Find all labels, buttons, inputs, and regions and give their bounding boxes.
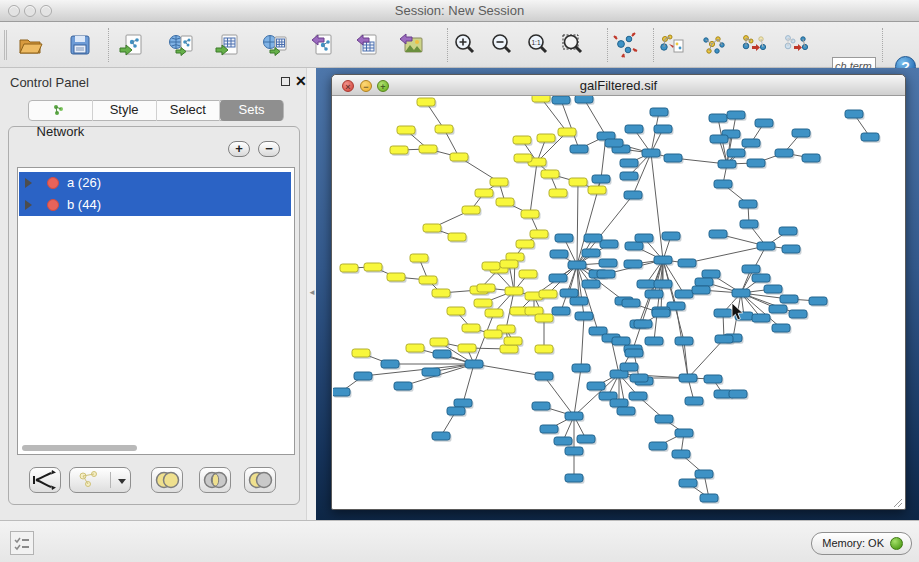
graph-node[interactable] xyxy=(764,285,782,293)
graph-node[interactable] xyxy=(406,344,424,352)
graph-node[interactable] xyxy=(652,309,670,317)
graph-node[interactable] xyxy=(462,324,480,332)
tab-sets[interactable]: Sets xyxy=(220,100,283,121)
apply-layout-button[interactable] xyxy=(608,30,642,62)
graph-node[interactable] xyxy=(654,125,672,133)
graph-node[interactable] xyxy=(729,390,747,398)
graph-node[interactable] xyxy=(635,234,653,242)
graph-node[interactable] xyxy=(397,126,415,134)
graph-node[interactable] xyxy=(490,178,508,186)
horizontal-scrollbar-thumb[interactable] xyxy=(22,445,137,451)
graph-node[interactable] xyxy=(642,149,660,157)
union-button[interactable] xyxy=(151,467,183,493)
graph-node[interactable] xyxy=(610,399,628,407)
graph-node[interactable] xyxy=(433,350,451,358)
graph-node[interactable] xyxy=(714,180,732,188)
graph-node[interactable] xyxy=(354,372,372,380)
graph-node[interactable] xyxy=(782,245,800,253)
tab-network[interactable]: Network xyxy=(29,100,93,121)
graph-node[interactable] xyxy=(625,242,643,250)
graph-node[interactable] xyxy=(448,233,466,241)
graph-node[interactable] xyxy=(654,280,672,288)
network-merge-button[interactable] xyxy=(697,30,731,62)
graph-node[interactable] xyxy=(727,111,745,119)
export-image-button[interactable] xyxy=(394,30,428,62)
graph-node[interactable] xyxy=(519,270,537,278)
graph-node[interactable] xyxy=(535,345,553,353)
graph-node[interactable] xyxy=(435,125,453,133)
graph-node[interactable] xyxy=(692,286,710,294)
graph-node[interactable] xyxy=(462,206,480,214)
graph-node[interactable] xyxy=(620,159,638,167)
graph-node[interactable] xyxy=(664,154,682,162)
graph-node[interactable] xyxy=(549,189,567,197)
network-difference-right-button[interactable] xyxy=(779,30,813,62)
graph-node[interactable] xyxy=(500,345,518,353)
difference-button[interactable] xyxy=(244,467,276,493)
tab-style[interactable]: Style xyxy=(93,100,157,121)
graph-node[interactable] xyxy=(565,412,583,420)
graph-node[interactable] xyxy=(612,337,630,345)
graph-node[interactable] xyxy=(458,344,476,352)
graph-node[interactable] xyxy=(558,128,576,136)
graph-node[interactable] xyxy=(417,98,435,106)
graph-node[interactable] xyxy=(710,135,728,143)
graph-node[interactable] xyxy=(387,273,405,281)
graph-node[interactable] xyxy=(554,437,572,445)
graph-node[interactable] xyxy=(650,108,668,116)
graph-node[interactable] xyxy=(809,297,827,305)
graph-node[interactable] xyxy=(620,363,638,371)
split-sets-button[interactable] xyxy=(29,467,61,493)
graph-node[interactable] xyxy=(645,337,663,345)
graph-node[interactable] xyxy=(521,210,539,218)
graph-node[interactable] xyxy=(625,349,643,357)
graph-node[interactable] xyxy=(541,170,559,178)
graph-node[interactable] xyxy=(634,320,652,328)
graph-node[interactable] xyxy=(582,249,600,257)
graph-node[interactable] xyxy=(769,305,787,313)
graph-node[interactable] xyxy=(704,375,722,383)
graph-node[interactable] xyxy=(552,307,570,315)
graph-node[interactable] xyxy=(422,368,440,376)
graph-node[interactable] xyxy=(747,159,765,167)
graph-node[interactable] xyxy=(381,360,399,368)
graph-node[interactable] xyxy=(419,276,437,284)
graph-node[interactable] xyxy=(662,232,680,240)
graph-node[interactable] xyxy=(649,442,667,450)
set-row-b[interactable]: b (44) xyxy=(19,194,291,216)
task-history-button[interactable] xyxy=(10,531,34,555)
graph-node[interactable] xyxy=(624,260,642,268)
graph-node[interactable] xyxy=(655,415,673,423)
graph-node[interactable] xyxy=(569,178,587,186)
graph-node[interactable] xyxy=(709,114,727,122)
graph-node[interactable] xyxy=(789,310,807,318)
import-network-web-button[interactable] xyxy=(164,30,198,62)
graph-node[interactable] xyxy=(624,191,642,199)
graph-node[interactable] xyxy=(419,145,437,153)
graph-node[interactable] xyxy=(540,425,558,433)
graph-node[interactable] xyxy=(513,136,531,144)
graph-node[interactable] xyxy=(575,96,593,103)
graph-node[interactable] xyxy=(727,149,745,157)
graph-node[interactable] xyxy=(505,287,523,295)
graph-node[interactable] xyxy=(333,388,350,396)
graph-node[interactable] xyxy=(550,250,568,258)
graph-node[interactable] xyxy=(454,399,472,407)
graph-node[interactable] xyxy=(845,110,863,118)
graph-node[interactable] xyxy=(582,280,600,288)
panel-splitter[interactable]: ◄ xyxy=(306,68,316,520)
graph-node[interactable] xyxy=(861,133,879,141)
graph-node[interactable] xyxy=(622,299,640,307)
graph-node[interactable] xyxy=(675,290,693,298)
graph-node[interactable] xyxy=(484,330,502,338)
graph-node[interactable] xyxy=(695,278,713,286)
graph-node[interactable] xyxy=(390,146,408,154)
set-row-a[interactable]: a (26) xyxy=(19,172,291,194)
graph-node[interactable] xyxy=(504,337,522,345)
graph-node[interactable] xyxy=(597,270,615,278)
graph-node[interactable] xyxy=(779,227,797,235)
graph-node[interactable] xyxy=(625,125,643,133)
zoom-in-button[interactable] xyxy=(448,30,482,62)
graph-node[interactable] xyxy=(755,119,773,127)
zoom-fit-selected-button[interactable] xyxy=(556,30,590,62)
